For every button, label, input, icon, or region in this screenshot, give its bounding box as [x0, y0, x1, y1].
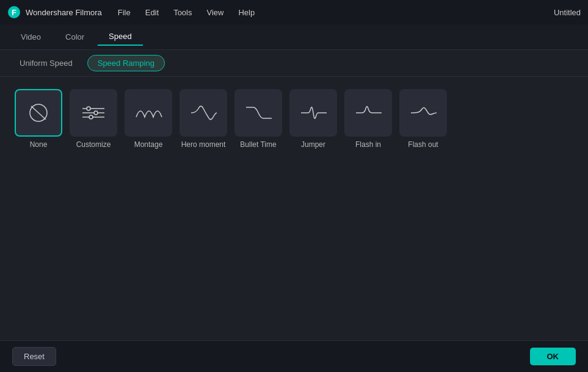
tab-color[interactable]: Color — [54, 29, 95, 45]
speed-card-jumper-icon — [289, 89, 337, 137]
speed-card-none-label: None — [30, 140, 48, 150]
speed-card-hero-moment[interactable]: Hero moment — [180, 89, 227, 150]
speed-card-hero-moment-label: Hero moment — [181, 140, 226, 150]
app-logo: F Wondershare Filmora — [7, 5, 102, 19]
tab-video[interactable]: Video — [10, 29, 52, 45]
tab-bar: Video Color Speed — [0, 24, 588, 50]
menu-tools[interactable]: Tools — [167, 5, 198, 20]
speed-card-none[interactable]: None — [15, 89, 62, 150]
ok-button[interactable]: OK — [530, 348, 576, 365]
speed-card-customize-label: Customize — [76, 140, 111, 150]
reset-button[interactable]: Reset — [12, 347, 56, 366]
speed-card-flash-out-label: Flash out — [408, 140, 438, 150]
subtab-uniform-speed[interactable]: Uniform Speed — [10, 55, 82, 71]
svg-point-9 — [89, 115, 93, 119]
svg-point-8 — [94, 111, 98, 115]
menu-help[interactable]: Help — [232, 5, 261, 20]
speed-card-bullet-time-label: Bullet Time — [240, 140, 276, 150]
speed-card-jumper[interactable]: Jumper — [289, 89, 337, 150]
subtab-bar: Uniform Speed Speed Ramping — [0, 50, 588, 77]
filmora-logo-icon: F — [7, 5, 21, 19]
speed-card-none-icon — [15, 89, 62, 137]
app-name: Wondershare Filmora — [26, 8, 102, 17]
main-content: None Customize — [0, 77, 588, 340]
window-title: Untitled — [554, 8, 581, 17]
bottom-bar: Reset OK — [0, 340, 588, 372]
tab-speed[interactable]: Speed — [98, 28, 143, 46]
speed-card-flash-out-icon — [399, 89, 447, 137]
menu-bar: File Edit Tools View Help — [112, 5, 554, 20]
speed-card-flash-in[interactable]: Flash in — [344, 89, 392, 150]
speed-card-flash-out[interactable]: Flash out — [399, 89, 447, 150]
speed-card-montage-icon — [125, 89, 172, 137]
speed-card-customize[interactable]: Customize — [70, 89, 117, 150]
svg-point-7 — [87, 107, 90, 110]
speed-card-bullet-time-icon — [234, 89, 282, 137]
subtab-speed-ramping[interactable]: Speed Ramping — [87, 55, 165, 71]
speed-card-montage[interactable]: Montage — [125, 89, 172, 150]
speed-card-jumper-label: Jumper — [301, 140, 325, 150]
speed-card-bullet-time[interactable]: Bullet Time — [234, 89, 282, 150]
titlebar: F Wondershare Filmora File Edit Tools Vi… — [0, 0, 588, 24]
speed-card-customize-icon — [70, 89, 117, 137]
speed-card-montage-label: Montage — [134, 140, 163, 150]
speed-card-flash-in-label: Flash in — [355, 140, 381, 150]
menu-file[interactable]: File — [112, 5, 137, 20]
svg-text:F: F — [12, 8, 16, 17]
speed-card-flash-in-icon — [344, 89, 392, 137]
speed-grid: None Customize — [15, 89, 573, 150]
svg-line-3 — [31, 106, 46, 120]
menu-edit[interactable]: Edit — [139, 5, 165, 20]
menu-view[interactable]: View — [200, 5, 230, 20]
speed-card-hero-moment-icon — [180, 89, 227, 137]
